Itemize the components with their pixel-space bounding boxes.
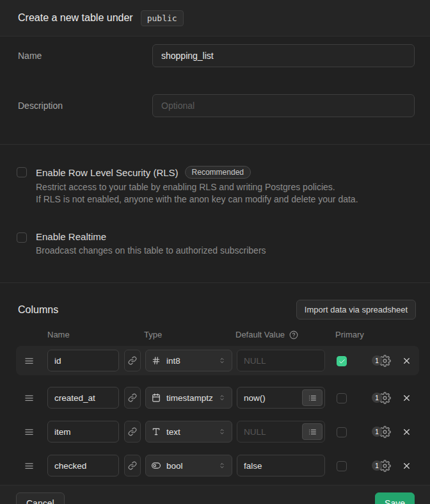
column-name-input[interactable] [47,387,119,409]
table-details-section: Name Description [0,37,430,145]
column-headers: Name Type Default Value Primary [16,330,419,339]
cancel-button[interactable]: Cancel [16,492,65,504]
name-label: Name [18,44,152,67]
realtime-description: Broadcast changes on this table to autho… [36,245,266,257]
column-settings-button[interactable]: 1 [372,426,391,438]
list-icon [308,394,317,402]
chevron-up-down-icon [218,428,226,435]
chevron-up-down-icon [218,394,226,402]
remove-column-button[interactable] [402,427,411,437]
realtime-toggle-block: Enable Realtime Broadcast changes on thi… [17,231,412,257]
primary-checkbox[interactable] [337,427,347,437]
x-icon [402,461,411,471]
table-name-input[interactable] [152,44,415,67]
column-name-input[interactable] [47,421,119,443]
panel-footer: Cancel Save [0,485,430,504]
remove-column-button[interactable] [402,356,411,366]
column-name-input[interactable] [47,350,119,371]
header-type: Type [144,330,235,339]
settings-count-badge: 1 [372,460,382,471]
description-row: Description [18,94,415,117]
columns-section: Columns Import data via spreadsheet Name… [0,283,430,485]
calendar-icon [152,393,161,402]
primary-checkbox[interactable] [337,393,347,403]
realtime-checkbox[interactable] [17,232,27,243]
options-section: Enable Row Level Security (RLS) Recommen… [0,145,430,283]
rls-label: Enable Row Level Security (RLS) [36,167,179,178]
drag-handle-icon[interactable] [24,391,37,404]
header-name: Name [47,330,144,339]
rls-content: Enable Row Level Security (RLS) Recommen… [36,166,358,206]
x-icon [402,356,411,366]
header-default-value: Default Value [235,330,285,339]
panel-header: Create a new table under public [0,0,430,37]
settings-count-badge: 1 [372,393,382,403]
hash-icon [152,356,161,365]
default-value-picker-button[interactable] [302,423,322,440]
create-table-panel: Create a new table under public Name Des… [0,0,430,504]
remove-column-button[interactable] [402,393,411,403]
primary-checkbox[interactable] [337,461,347,471]
realtime-label: Enable Realtime [36,231,106,242]
chevron-up-down-icon [218,357,226,364]
column-type-select[interactable]: timestamptz [145,387,232,409]
chevron-up-down-icon [218,462,226,469]
column-settings-button[interactable]: 1 [372,355,391,367]
header-primary: Primary [335,330,364,339]
panel-title: Create a new table under [18,12,133,24]
check-icon [338,358,346,365]
column-type-value: timestamptz [166,393,218,403]
settings-count-badge: 1 [372,427,382,437]
description-label: Description [18,94,152,117]
default-value-input[interactable] [237,350,325,371]
drag-handle-icon[interactable] [24,354,37,367]
default-value-picker-button[interactable] [302,389,322,406]
realtime-content: Enable Realtime Broadcast changes on thi… [36,231,266,257]
import-data-button[interactable]: Import data via spreadsheet [296,300,416,320]
column-rows: int8 1 [0,346,430,480]
foreign-key-link-icon[interactable] [124,350,141,371]
column-settings-button[interactable]: 1 [372,460,391,472]
x-icon [402,393,411,403]
primary-checkbox[interactable] [337,356,347,366]
schema-badge: public [141,10,184,26]
column-row: text 1 [16,417,419,446]
toggle-icon [152,461,161,470]
default-value-input[interactable] [237,455,325,476]
recommended-badge: Recommended [185,166,251,179]
rls-toggle-block: Enable Row Level Security (RLS) Recommen… [17,166,412,206]
list-icon [308,428,317,436]
foreign-key-link-icon[interactable] [124,455,141,476]
drag-handle-icon[interactable] [24,425,37,438]
column-type-select[interactable]: text [145,421,232,443]
foreign-key-link-icon[interactable] [124,387,141,409]
drag-handle-icon[interactable] [24,459,37,472]
column-row: int8 1 [16,346,419,375]
column-type-select[interactable]: bool [145,455,232,476]
column-type-select[interactable]: int8 [145,350,232,371]
save-button[interactable]: Save [375,492,415,504]
rls-description-line1: Restrict access to your table by enablin… [36,181,358,193]
settings-count-badge: 1 [372,355,382,366]
columns-title: Columns [18,304,58,316]
column-row: timestamptz 1 [16,383,419,412]
remove-column-button[interactable] [402,461,411,471]
column-name-input[interactable] [47,455,119,476]
rls-description-line2: If RLS is not enabled, anyone with the a… [36,193,358,206]
column-settings-button[interactable]: 1 [372,392,391,404]
table-description-input[interactable] [152,94,415,117]
foreign-key-link-icon[interactable] [124,421,141,443]
column-row: bool 1 [16,451,419,480]
column-type-value: bool [166,461,218,471]
help-circle-icon[interactable] [289,330,298,339]
x-icon [402,427,411,437]
name-row: Name [18,44,415,67]
rls-checkbox[interactable] [17,167,27,177]
text-icon [152,427,161,436]
column-type-value: int8 [166,356,218,366]
column-type-value: text [166,427,218,437]
